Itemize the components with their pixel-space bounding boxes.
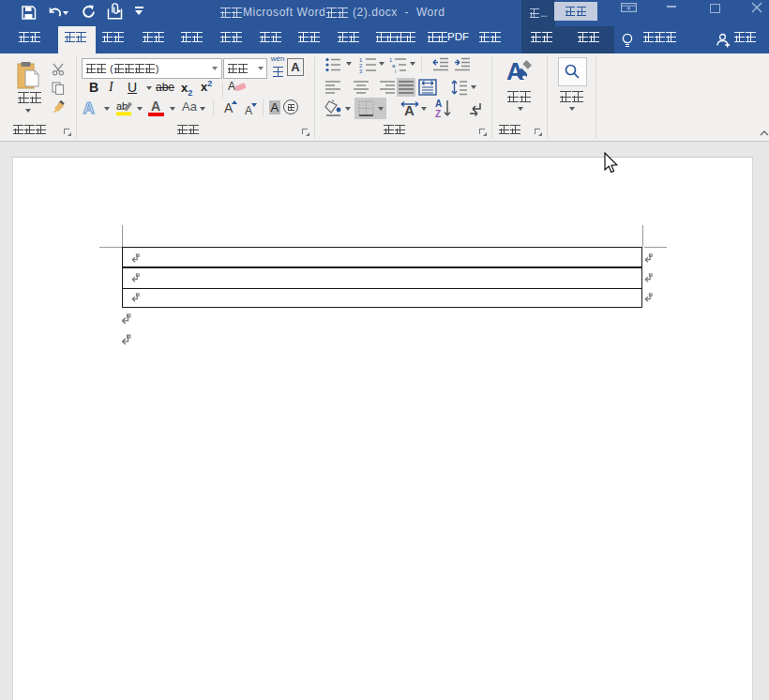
svg-text:A: A	[83, 99, 95, 116]
svg-text:i: i	[395, 68, 396, 74]
svg-text:A: A	[228, 80, 235, 93]
svg-text:Z: Z	[435, 109, 441, 118]
svg-text:3: 3	[359, 68, 363, 74]
svg-text:A: A	[435, 99, 442, 109]
